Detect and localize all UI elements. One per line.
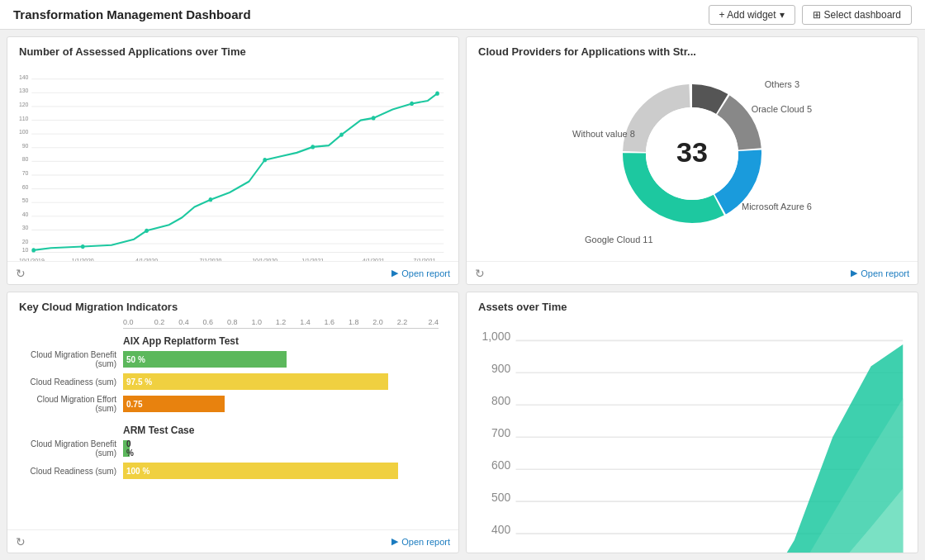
header-actions: + Add widget ▾ ⊞ Select dashboard <box>709 5 912 25</box>
bar-chart-title: Key Cloud Migration Indicators <box>7 292 458 318</box>
svg-point-41 <box>311 145 315 149</box>
bar-track-4: 0 % <box>123 440 450 457</box>
donut-chart-open-report[interactable]: ▶ Open report <box>851 268 909 278</box>
svg-text:800: 800 <box>491 394 510 407</box>
svg-text:110: 110 <box>19 114 29 122</box>
svg-text:130: 130 <box>19 87 29 95</box>
svg-point-43 <box>372 116 376 120</box>
svg-text:1/1/2021: 1/1/2021 <box>301 256 324 261</box>
bar-fill-2: 97.5 % <box>123 373 388 390</box>
svg-text:7/1/2020: 7/1/2020 <box>199 256 221 261</box>
donut-chart-widget: Cloud Providers for Applications with St… <box>466 36 918 285</box>
area-chart-svg: 1,000 900 800 700 600 500 400 300 200 10… <box>475 321 909 553</box>
area-chart-area: 1,000 900 800 700 600 500 400 300 200 10… <box>467 318 918 553</box>
dashboard-grid: Number of Assessed Applications over Tim… <box>0 30 925 560</box>
svg-text:120: 120 <box>19 101 29 109</box>
play-icon-2: ▶ <box>851 268 857 278</box>
bar-track-3: 0.75 <box>123 396 450 412</box>
svg-text:1/1/2020: 1/1/2020 <box>72 256 94 261</box>
svg-point-40 <box>263 158 267 162</box>
svg-point-42 <box>339 132 344 136</box>
donut-chart-title: Cloud Providers for Applications with St… <box>467 37 918 63</box>
svg-text:100: 100 <box>19 128 29 136</box>
svg-text:600: 600 <box>491 458 510 472</box>
bar-label-5: Cloud Readiness (sum) <box>16 467 123 476</box>
donut-chart-footer: ↻ ▶ Open report <box>467 261 918 284</box>
donut-label-others: Others 3 <box>765 79 799 89</box>
svg-text:140: 140 <box>19 73 29 81</box>
svg-text:1,000: 1,000 <box>481 330 510 343</box>
bar-refresh-icon[interactable]: ↻ <box>16 535 26 548</box>
bar-label-2: Cloud Readiness (sum) <box>16 377 123 387</box>
line-chart-footer: ↻ ▶ Open report <box>7 261 458 284</box>
bar-row: Cloud Migration Effort (sum) 0.75 <box>16 395 450 413</box>
bar-label-3: Cloud Migration Effort (sum) <box>16 395 123 413</box>
bar-fill-1: 50 % <box>123 351 287 368</box>
play-icon-3: ▶ <box>391 536 398 547</box>
svg-point-39 <box>209 197 213 202</box>
svg-text:30: 30 <box>22 224 29 232</box>
line-chart-open-report[interactable]: ▶ Open report <box>391 268 450 278</box>
svg-text:500: 500 <box>491 491 510 504</box>
svg-point-37 <box>81 244 85 249</box>
svg-text:70: 70 <box>22 169 29 178</box>
svg-text:10/1/2020: 10/1/2020 <box>252 256 278 261</box>
dashboard-icon: ⊞ <box>813 9 821 21</box>
svg-point-38 <box>145 229 149 233</box>
svg-point-45 <box>435 92 439 96</box>
line-chart-area: 140 130 120 110 100 90 80 70 60 50 40 30… <box>7 63 458 261</box>
svg-text:700: 700 <box>491 426 510 439</box>
donut-label-azure: Microsoft Azure 6 <box>742 202 812 211</box>
bar-group-1-title: AIX App Replatform Test <box>123 329 450 350</box>
bar-fill-5: 100 % <box>123 463 398 479</box>
bar-track-5: 100 % <box>123 463 450 479</box>
bar-chart-widget: Key Cloud Migration Indicators 0.0 0.2 0… <box>7 292 459 553</box>
select-dashboard-button[interactable]: ⊞ Select dashboard <box>802 5 912 25</box>
svg-text:4/1/2020: 4/1/2020 <box>135 256 158 261</box>
refresh-icon[interactable]: ↻ <box>16 267 26 280</box>
donut-labels: Others 3 Oracle Cloud 5 Microsoft Azure … <box>568 71 816 253</box>
donut-label-google: Google Cloud 11 <box>585 235 653 244</box>
svg-text:60: 60 <box>22 183 29 191</box>
bar-label-1: Cloud Migration Benefit (sum) <box>16 350 123 368</box>
svg-text:10/1/2019: 10/1/2019 <box>19 256 45 261</box>
header: Transformation Management Dashboard + Ad… <box>0 0 925 30</box>
play-icon: ▶ <box>391 268 398 278</box>
chevron-down-icon: ▾ <box>780 9 785 21</box>
svg-text:50: 50 <box>22 197 29 205</box>
line-chart-widget: Number of Assessed Applications over Tim… <box>7 36 459 285</box>
bar-fill-4: 0 % <box>123 440 130 457</box>
bar-chart-footer: ↻ ▶ Open report <box>7 529 458 553</box>
add-widget-label: + Add widget <box>719 9 776 21</box>
area-chart-title: Assets over Time <box>467 292 918 318</box>
bar-row: Cloud Migration Benefit (sum) 0 % <box>16 439 450 458</box>
bar-row: Cloud Readiness (sum) 100 % <box>16 463 450 479</box>
bar-label-4: Cloud Migration Benefit (sum) <box>16 439 123 458</box>
bar-track-1: 50 % <box>123 351 450 368</box>
page-title: Transformation Management Dashboard <box>13 7 251 21</box>
svg-text:20: 20 <box>22 238 29 246</box>
svg-text:40: 40 <box>22 210 29 218</box>
add-widget-button[interactable]: + Add widget ▾ <box>709 5 795 25</box>
bar-group-2-title: ARM Test Case <box>123 418 450 439</box>
svg-text:80: 80 <box>22 155 29 164</box>
donut-label-oracle: Oracle Cloud 5 <box>752 104 812 114</box>
svg-point-44 <box>410 102 414 106</box>
svg-text:4/1/2021: 4/1/2021 <box>363 256 385 261</box>
svg-text:90: 90 <box>22 141 29 149</box>
area-chart-widget: Assets over Time 1,000 900 800 700 600 5… <box>466 292 918 553</box>
svg-text:10: 10 <box>22 246 29 254</box>
bar-track-2: 97.5 % <box>123 373 450 390</box>
bar-chart-open-report[interactable]: ▶ Open report <box>391 536 450 547</box>
donut-refresh-icon[interactable]: ↻ <box>475 267 485 280</box>
donut-chart-area: 33 Others 3 Oracle Cloud 5 Microsoft Azu… <box>467 63 918 261</box>
bar-row: Cloud Readiness (sum) 97.5 % <box>16 373 450 390</box>
select-dashboard-label: Select dashboard <box>824 9 901 21</box>
line-chart-title: Number of Assessed Applications over Tim… <box>7 37 458 63</box>
bar-chart-area[interactable]: 0.0 0.2 0.4 0.6 0.8 1.0 1.2 1.4 1.6 1.8 … <box>7 318 458 529</box>
svg-text:900: 900 <box>491 362 510 375</box>
svg-text:400: 400 <box>491 523 510 536</box>
line-chart-svg: 140 130 120 110 100 90 80 70 60 50 40 30… <box>16 66 450 261</box>
bar-row: Cloud Migration Benefit (sum) 50 % <box>16 350 450 368</box>
bar-axis: 0.0 0.2 0.4 0.6 0.8 1.0 1.2 1.4 1.6 1.8 … <box>123 318 439 329</box>
